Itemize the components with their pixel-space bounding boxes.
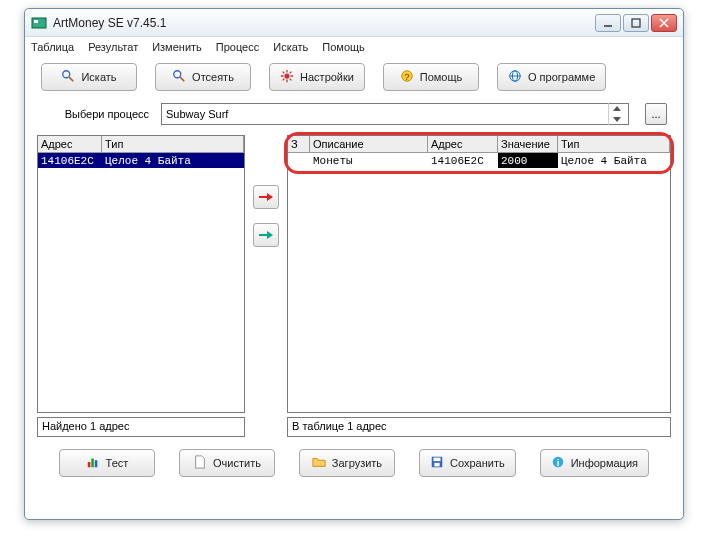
cell-type: Целое 4 Байта [558, 153, 670, 168]
table-row[interactable]: Монеты 14106E2C 2000 Целое 4 Байта [288, 153, 670, 168]
col-addr[interactable]: Адрес [428, 136, 498, 152]
svg-line-7 [69, 77, 73, 81]
svg-point-10 [284, 73, 289, 78]
cell-desc: Монеты [310, 153, 428, 168]
svg-rect-21 [434, 463, 439, 467]
app-window: ArtMoney SE v7.45.1 Таблица Результат Из… [24, 8, 684, 520]
svg-rect-3 [632, 19, 640, 27]
cell-type: Целое 4 Байта [102, 153, 244, 168]
col-type[interactable]: Тип [102, 136, 244, 152]
close-button[interactable] [651, 14, 677, 32]
globe-icon [508, 69, 522, 85]
help-icon: ? [400, 69, 414, 85]
folder-open-icon [312, 455, 326, 471]
table-row[interactable]: 14106E2C Целое 4 Байта [38, 153, 244, 168]
svg-point-6 [63, 71, 70, 78]
transfer-buttons [251, 135, 281, 413]
browse-button[interactable]: ... [645, 103, 667, 125]
status-right: В таблице 1 адрес [287, 417, 671, 437]
svg-rect-16 [87, 462, 90, 467]
svg-text:?: ? [404, 71, 409, 82]
toolbar-bottom: Тест Очистить Загрузить Сохранить iИнфор… [25, 443, 683, 483]
cell-addr: 14106E2C [428, 153, 498, 168]
table-panel[interactable]: З Описание Адрес Значение Тип Монеты 141… [287, 135, 671, 413]
menu-edit[interactable]: Изменить [152, 41, 202, 53]
menu-help[interactable]: Помощь [322, 41, 365, 53]
help-button[interactable]: ?Помощь [383, 63, 479, 91]
process-input[interactable] [166, 108, 608, 120]
info-button[interactable]: iИнформация [540, 449, 649, 477]
process-row: Выбери процесс ... [25, 97, 683, 131]
chevron-down-icon[interactable] [609, 114, 624, 125]
cell-addr: 14106E2C [38, 153, 102, 168]
menu-search[interactable]: Искать [273, 41, 308, 53]
col-addr[interactable]: Адрес [38, 136, 102, 152]
cell-num [288, 153, 310, 168]
clear-button[interactable]: Очистить [179, 449, 275, 477]
svg-line-9 [180, 77, 184, 81]
titlebar: ArtMoney SE v7.45.1 [25, 9, 683, 37]
workspace: Адрес Тип 14106E2C Целое 4 Байта З Описа… [25, 131, 683, 415]
minimize-button[interactable] [595, 14, 621, 32]
maximize-button[interactable] [623, 14, 649, 32]
menu-process[interactable]: Процесс [216, 41, 259, 53]
svg-rect-18 [94, 460, 97, 467]
settings-button[interactable]: Настройки [269, 63, 365, 91]
about-button[interactable]: О программе [497, 63, 606, 91]
chevron-up-icon[interactable] [609, 103, 624, 114]
save-button[interactable]: Сохранить [419, 449, 516, 477]
gear-icon [280, 69, 294, 85]
toolbar-top: Искать Отсеять Настройки ?Помощь О прогр… [25, 57, 683, 97]
cell-value[interactable]: 2000 [498, 153, 558, 168]
window-title: ArtMoney SE v7.45.1 [53, 16, 595, 30]
col-value[interactable]: Значение [498, 136, 558, 152]
move-right-button[interactable] [253, 185, 279, 209]
status-row: Найдено 1 адрес В таблице 1 адрес [25, 415, 683, 443]
chart-icon [86, 455, 100, 471]
sift-button[interactable]: Отсеять [155, 63, 251, 91]
col-num[interactable]: З [288, 136, 310, 152]
svg-rect-1 [34, 20, 38, 23]
process-spinner[interactable] [608, 103, 624, 125]
app-icon [31, 15, 47, 31]
test-button[interactable]: Тест [59, 449, 155, 477]
col-type[interactable]: Тип [558, 136, 670, 152]
info-icon: i [551, 455, 565, 471]
menu-result[interactable]: Результат [88, 41, 138, 53]
col-desc[interactable]: Описание [310, 136, 428, 152]
menubar: Таблица Результат Изменить Процесс Искат… [25, 37, 683, 57]
svg-rect-17 [91, 459, 94, 468]
floppy-icon [430, 455, 444, 471]
search-icon [172, 69, 186, 85]
search-button[interactable]: Искать [41, 63, 137, 91]
search-icon [61, 69, 75, 85]
move-all-right-button[interactable] [253, 223, 279, 247]
menu-table[interactable]: Таблица [31, 41, 74, 53]
svg-rect-20 [433, 458, 440, 462]
document-icon [193, 455, 207, 471]
results-panel[interactable]: Адрес Тип 14106E2C Целое 4 Байта [37, 135, 245, 413]
process-select[interactable] [161, 103, 629, 125]
svg-text:i: i [556, 457, 559, 468]
load-button[interactable]: Загрузить [299, 449, 395, 477]
process-label: Выбери процесс [41, 108, 149, 120]
status-left: Найдено 1 адрес [37, 417, 245, 437]
svg-point-8 [174, 71, 181, 78]
